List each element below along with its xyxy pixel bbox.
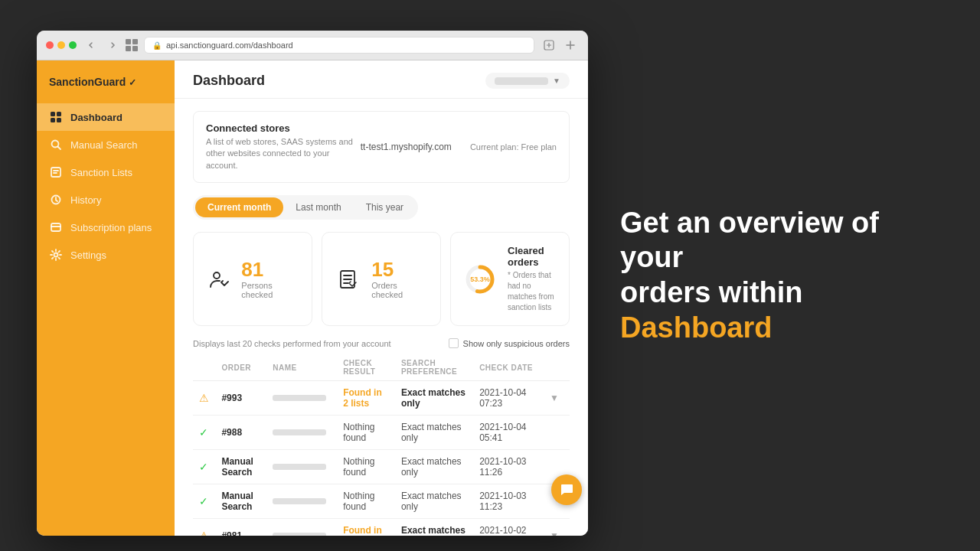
check-date: 2021-10-03 11:26 xyxy=(473,450,539,484)
check-result: Found in 1 list xyxy=(343,525,382,536)
tab-this-year[interactable]: This year xyxy=(354,197,416,217)
sidebar-item-subscription[interactable]: Subscription plans xyxy=(37,214,175,241)
warning-icon: ⚠ xyxy=(199,530,209,536)
table-section: Displays last 20 checks performed from y… xyxy=(193,338,570,536)
table-row[interactable]: ✓Manual SearchNothing foundExact matches… xyxy=(193,450,570,484)
persons-stats: 81 Persons checked xyxy=(241,259,299,299)
maximize-dot[interactable] xyxy=(69,41,77,49)
preference-cell: Exact matches only xyxy=(395,450,473,484)
name-cell xyxy=(266,416,337,450)
logo-area: SanctionGuard ✓ xyxy=(37,73,175,103)
suspicious-filter[interactable]: Show only suspicious orders xyxy=(449,338,570,348)
dashboard-icon xyxy=(49,110,63,124)
check-date: 2021-10-03 11:23 xyxy=(473,484,539,519)
sidebar-item-dashboard[interactable]: Dashboard xyxy=(37,103,175,131)
preference-cell: Exact matches only xyxy=(395,381,473,416)
search-preference: Exact matches only xyxy=(401,387,466,409)
table-body: ⚠#993Found in 2 listsExact matches only2… xyxy=(193,381,570,536)
persons-checked-card: 81 Persons checked xyxy=(193,232,312,326)
order-number: #988 xyxy=(221,427,242,438)
name-blur xyxy=(273,498,326,504)
promo-content: Get an overview of your orders within Da… xyxy=(620,206,934,345)
preference-cell: Exact matches only xyxy=(395,416,473,450)
name-blur xyxy=(273,395,326,401)
name-blur xyxy=(273,464,326,470)
expand-cell xyxy=(539,416,570,450)
order-cell: Manual Search xyxy=(215,450,266,484)
share-button[interactable] xyxy=(541,37,557,54)
check-date: 2021-10-04 05:41 xyxy=(473,416,539,450)
table-row[interactable]: ⚠#993Found in 2 listsExact matches only2… xyxy=(193,381,570,416)
displays-text: Displays last 20 checks performed from y… xyxy=(193,339,391,348)
sidebar-item-settings[interactable]: Settings xyxy=(37,241,175,269)
orders-count: 15 xyxy=(371,259,428,279)
col-search-preference: SEARCH PREFERENCE xyxy=(395,354,473,381)
check-result: Nothing found xyxy=(343,422,374,443)
order-number: #981 xyxy=(221,530,242,536)
promo-line1: Get an overview of your xyxy=(620,207,879,274)
store-url: tt-test1.myshopify.com xyxy=(361,142,452,152)
browser-window: 🔒 api.sanctionguard.com/dashboard Sancti… xyxy=(37,31,588,536)
close-dot[interactable] xyxy=(46,41,54,49)
cleared-title: Cleared orders xyxy=(508,245,557,268)
plan-badge: Current plan: Free plan xyxy=(470,142,557,152)
address-bar[interactable]: 🔒 api.sanctionguard.com/dashboard xyxy=(144,37,534,54)
result-cell: Nothing found xyxy=(337,450,395,484)
user-menu[interactable]: ▼ xyxy=(485,73,570,89)
settings-label: Settings xyxy=(70,249,106,261)
svg-point-9 xyxy=(54,253,58,257)
preference-cell: Exact matches only xyxy=(395,519,473,536)
order-cell: #993 xyxy=(215,381,266,416)
svg-point-10 xyxy=(214,272,220,279)
expand-button[interactable]: ▼ xyxy=(545,529,564,536)
chevron-down-icon: ▼ xyxy=(553,77,560,85)
table-row[interactable]: ✓Manual SearchNothing foundExact matches… xyxy=(193,484,570,519)
col-order: ORDER xyxy=(215,354,266,381)
orders-label: Orders checked xyxy=(371,281,428,299)
browser-dots xyxy=(46,41,77,49)
browser-actions xyxy=(541,37,579,54)
sidebar-item-history[interactable]: History xyxy=(37,186,175,214)
page-title: Dashboard xyxy=(193,73,265,89)
persons-icon xyxy=(206,266,230,293)
name-cell xyxy=(266,450,337,484)
check-result: Found in 2 lists xyxy=(343,387,382,409)
sidebar-item-manual-search[interactable]: Manual Search xyxy=(37,131,175,158)
expand-cell[interactable]: ▼ xyxy=(539,381,570,416)
tab-last-month[interactable]: Last month xyxy=(283,197,353,217)
table-row[interactable]: ✓#988Nothing foundExact matches only2021… xyxy=(193,416,570,450)
cleared-orders-card: 53.3% Cleared orders * Orders that had n… xyxy=(450,232,570,326)
orders-table: ORDER NAME CHECK RESULT SEARCH PREFERENC… xyxy=(193,354,570,536)
promo-heading: Get an overview of your orders within Da… xyxy=(620,206,934,345)
result-cell: Nothing found xyxy=(337,484,395,519)
col-expand xyxy=(539,354,570,381)
status-cell: ✓ xyxy=(193,450,215,484)
grid-icon xyxy=(126,39,138,51)
status-cell: ⚠ xyxy=(193,381,215,416)
order-cell: #981 xyxy=(215,519,266,536)
persons-label: Persons checked xyxy=(241,281,299,299)
search-preference: Exact matches only xyxy=(401,491,462,512)
expand-button[interactable]: ▼ xyxy=(545,391,564,405)
tab-current-month[interactable]: Current month xyxy=(195,197,283,217)
ok-icon: ✓ xyxy=(199,495,208,507)
dashboard-label: Dashboard xyxy=(70,112,122,123)
status-cell: ✓ xyxy=(193,484,215,519)
sidebar-item-sanction-lists[interactable]: Sanction Lists xyxy=(37,158,175,186)
back-button[interactable] xyxy=(83,37,100,54)
result-cell: Found in 2 lists xyxy=(337,381,395,416)
cleared-description: * Orders that had no matches from sancti… xyxy=(508,270,557,313)
main-content: Dashboard ▼ Connected stores A list of w… xyxy=(175,60,588,536)
svg-rect-8 xyxy=(51,223,60,231)
list-icon xyxy=(49,165,63,179)
period-tabs: Current month Last month This year xyxy=(193,195,418,220)
minimize-dot[interactable] xyxy=(57,41,65,49)
table-row[interactable]: ⚠#981Found in 1 listExact matches only20… xyxy=(193,519,570,536)
forward-button[interactable] xyxy=(104,37,121,54)
expand-cell[interactable]: ▼ xyxy=(539,519,570,536)
suspicious-checkbox[interactable] xyxy=(449,338,459,348)
suspicious-label: Show only suspicious orders xyxy=(463,339,570,348)
result-cell: Found in 1 list xyxy=(337,519,395,536)
col-check-result: CHECK RESULT xyxy=(337,354,395,381)
ok-icon: ✓ xyxy=(199,426,208,439)
